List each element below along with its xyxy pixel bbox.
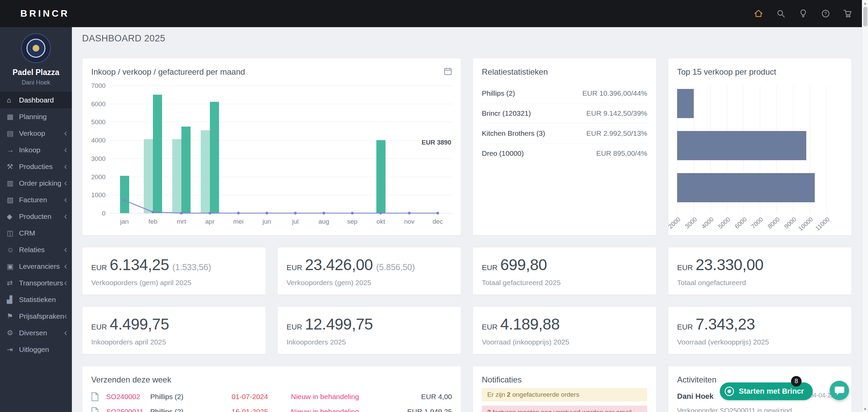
stat-label: Inkooporders 2025 xyxy=(287,338,452,346)
notification-item[interactable]: Er zijn 2 ongefactureerde orders xyxy=(482,388,647,401)
stat-label: Totaal ongefactureerd xyxy=(677,279,843,287)
stat-label: Voorraad (inkoopprijs) 2025 xyxy=(482,338,647,346)
scroll-up-arrow[interactable]: ▲ xyxy=(862,0,868,6)
stat-sub-amount: (1.533,56) xyxy=(173,262,211,272)
lightbulb-icon[interactable] xyxy=(798,8,808,19)
chevron-left-icon: ‹ xyxy=(64,212,67,221)
card-title: Verzenden deze week xyxy=(91,375,452,385)
stat-value: EUR4.499,75 xyxy=(91,315,257,333)
currency-label: EUR xyxy=(677,263,693,272)
sidebar: Padel Plazza Dani Hoek ⌂Dashboard▦Planni… xyxy=(0,27,72,412)
chevron-left-icon: ‹ xyxy=(64,262,67,271)
help-icon[interactable]: ? xyxy=(821,8,831,19)
sidebar-item-diversen[interactable]: ⚙Diversen‹ xyxy=(0,324,72,341)
stat-amount: 12.499,75 xyxy=(305,315,373,333)
sidebar-item-uitloggen[interactable]: ⇥Uitloggen xyxy=(0,341,72,358)
calendar-icon[interactable] xyxy=(444,67,452,77)
card-title: Top 15 verkoop per product xyxy=(677,67,843,77)
top15-card: Top 15 verkoop per product 2000300040005… xyxy=(668,58,852,236)
x-axis-label: okt xyxy=(367,218,395,225)
scroll-down-arrow[interactable]: ▼ xyxy=(862,406,868,412)
sidebar-item-inkoop[interactable]: →Inkoop‹ xyxy=(0,142,72,158)
scrollbar-thumb[interactable] xyxy=(863,7,867,26)
pricing-icon: ⚑ xyxy=(7,312,19,320)
sidebar-item-label: Inkoop xyxy=(19,146,40,154)
stat-amount: 23.330,00 xyxy=(695,256,763,274)
x-axis-label: feb xyxy=(139,218,167,225)
product-bar xyxy=(677,131,806,160)
sidebar-item-order-picking[interactable]: ▥Order picking‹ xyxy=(0,175,72,191)
sidebar-item-label: Uitloggen xyxy=(19,345,49,354)
stat-value: EUR23.426,00(5.856,50) xyxy=(287,256,452,274)
sidebar-item-facturen[interactable]: ▧Facturen‹ xyxy=(0,191,72,208)
y-axis-label: 7000 xyxy=(91,82,105,90)
sidebar-item-producties[interactable]: ⚒Producties‹ xyxy=(0,158,72,175)
sidebar-item-label: Diversen xyxy=(19,329,47,337)
x-axis-label: apr xyxy=(196,218,224,225)
brand-logo: BRINCR xyxy=(20,8,70,19)
card-title: Inkoop / verkoop / gefactureerd per maan… xyxy=(91,67,245,77)
x-axis-label: jul xyxy=(281,218,310,225)
sidebar-item-producten[interactable]: ◆Producten‹ xyxy=(0,208,72,225)
brincr-spark-icon xyxy=(724,386,735,397)
stat-value: EUR12.499,75 xyxy=(287,315,452,333)
order-link[interactable]: SO240002 xyxy=(106,393,150,401)
notification-list: Er zijn 2 ongefactureerde orders3 factur… xyxy=(482,388,647,412)
relatie-row: Kitchen Brothers (3)EUR 2.992,50/13% xyxy=(482,124,647,144)
relatie-name: Brincr (120321) xyxy=(482,109,531,117)
x-axis-label: mei xyxy=(224,218,253,225)
sidebar-item-leveranciers[interactable]: ▣Leveranciers‹ xyxy=(0,258,72,275)
sidebar-item-label: Planning xyxy=(19,113,47,121)
x-axis-label: mrt xyxy=(167,218,196,225)
sidebar-item-planning[interactable]: ▦Planning xyxy=(0,108,72,125)
ship-date: 16-01-2025 xyxy=(232,408,291,412)
monthly-bar-chart[interactable]: 70006000500040003000200010000janfebmrtap… xyxy=(91,86,452,231)
sidebar-item-statistieken[interactable]: ▟Statistieken xyxy=(0,291,72,308)
chat-button[interactable] xyxy=(830,381,849,400)
stat-card: EUR4.499,75Inkooporders april 2025 xyxy=(82,306,266,354)
sidebar-item-transporteurs[interactable]: ⇄Transporteurs‹ xyxy=(0,275,72,291)
currency-label: EUR xyxy=(287,263,302,272)
relatie-value: EUR 895,00/4% xyxy=(596,149,647,157)
products-icon: ◆ xyxy=(7,212,19,221)
suppliers-icon: ▣ xyxy=(7,262,19,270)
y-axis-label: 4000 xyxy=(91,137,105,144)
order-picking-icon: ▥ xyxy=(7,179,19,187)
stat-value: EUR6.134,25(1.533,56) xyxy=(91,256,257,274)
topbar-icons: ? xyxy=(753,8,853,19)
notification-item[interactable]: 3 facturen moeten nog verstuurd worden p… xyxy=(482,406,647,412)
home-icon[interactable] xyxy=(753,8,764,19)
stat-label: Inkooporders april 2025 xyxy=(91,338,257,346)
currency-label: EUR xyxy=(482,263,497,272)
chevron-left-icon: ‹ xyxy=(64,179,67,188)
table-row: SO2500011Phillips (2)16-01-2025Nieuw in … xyxy=(91,404,452,412)
order-link[interactable]: SO2500011 xyxy=(106,408,150,412)
chevron-left-icon: ‹ xyxy=(64,145,67,154)
sales-icon: ▤ xyxy=(7,129,19,137)
chevron-left-icon: ‹ xyxy=(64,245,67,254)
sidebar-item-dashboard[interactable]: ⌂Dashboard xyxy=(0,92,72,108)
logout-icon: ⇥ xyxy=(7,345,19,354)
order-status[interactable]: Nieuw in behandeling xyxy=(291,408,384,412)
page-header: DASHBOARD 2025 xyxy=(72,27,868,44)
order-amount: EUR 4,00 xyxy=(384,393,452,401)
relatie-name: Phillips (2) xyxy=(482,89,515,97)
sidebar-item-verkoop[interactable]: ▤Verkoop‹ xyxy=(0,125,72,142)
search-icon[interactable] xyxy=(776,8,786,19)
stat-card: EUR23.426,00(5.856,50)Verkooporders (gem… xyxy=(277,247,461,295)
chevron-left-icon: ‹ xyxy=(64,278,67,287)
sidebar-item-crm[interactable]: ◫CRM xyxy=(0,225,72,241)
sidebar-item-label: Producties xyxy=(19,163,53,171)
card-title: Notificaties xyxy=(482,375,647,385)
top15-bar-chart[interactable]: 2000300040005000600070008000900010000110… xyxy=(677,86,843,231)
page-scrollbar[interactable]: ▲ ▼ xyxy=(862,0,868,412)
stat-label: Verkooporders (gem) 2025 xyxy=(287,279,452,287)
sidebar-item-label: Verkoop xyxy=(19,129,45,137)
sidebar-item-relaties[interactable]: ☺Relaties‹ xyxy=(0,241,72,258)
order-status[interactable]: Nieuw in behandeling xyxy=(291,393,384,401)
cart-icon[interactable] xyxy=(843,8,853,19)
y-axis-label: 3000 xyxy=(91,155,105,163)
relatie-value: EUR 2.992,50/13% xyxy=(586,129,647,137)
sidebar-item-prijsafspraken[interactable]: ⚑Prijsafspraken‹ xyxy=(0,308,72,324)
stat-value: EUR23.330,00 xyxy=(677,256,843,274)
